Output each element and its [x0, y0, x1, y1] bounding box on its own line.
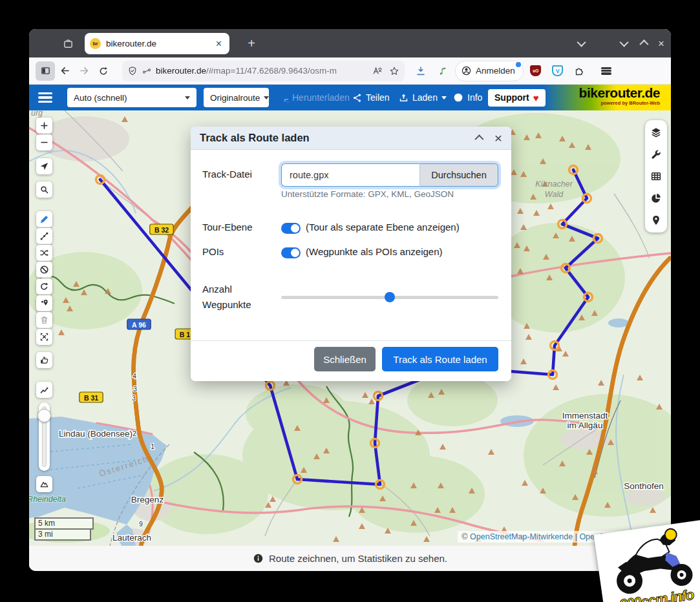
map-area: B 32A 96B 31B 1433219KürnacherWaldurgLin… — [29, 110, 671, 546]
extensions-button[interactable] — [570, 61, 589, 81]
heart-icon: ♥ — [533, 92, 539, 103]
svg-text:B 31: B 31 — [84, 394, 98, 402]
layers-icon — [650, 127, 662, 138]
statistics-button[interactable] — [645, 187, 667, 209]
mountain-icon — [39, 479, 49, 489]
share-button[interactable]: Teilen — [352, 92, 390, 103]
minimize-button[interactable] — [622, 37, 628, 49]
nogo-areas-button[interactable] — [36, 262, 52, 278]
locate-me-button[interactable] — [36, 158, 52, 174]
elevation-profile-button[interactable] — [36, 382, 52, 398]
support-button[interactable]: Support ♥ — [488, 89, 546, 107]
formats-hint: Unterstützte Formate: GPX, KML, GeoJSON — [281, 189, 454, 199]
draw-route-button[interactable] — [36, 211, 52, 227]
info-button[interactable]: Info — [453, 92, 482, 103]
shuffle-route-button[interactable] — [36, 245, 52, 261]
signin-button[interactable]: Anmelden — [455, 61, 524, 81]
route-variant-select[interactable]: Originalroute — [204, 88, 269, 107]
map-label: Sonthofen — [624, 481, 664, 491]
opacity-slider-thumb[interactable] — [37, 409, 51, 422]
forward-arrow-icon — [79, 65, 90, 76]
media-extension-button[interactable] — [433, 61, 452, 81]
collapse-button[interactable] — [475, 132, 482, 144]
chevron-down-icon — [264, 96, 269, 99]
exit-number: 3 — [133, 386, 137, 393]
shield-permissions-icon[interactable] — [127, 66, 138, 76]
exit-number: 9 — [139, 521, 143, 528]
routing-settings-button[interactable] — [645, 143, 667, 165]
download-track-button[interactable]: Herunterladen — [278, 92, 350, 103]
list-all-tabs-button[interactable] — [579, 29, 586, 57]
profile-select[interactable]: Auto (schnell) — [67, 88, 196, 107]
firefox-view-button[interactable] — [58, 34, 78, 53]
navbar-right: Anmelden uO V — [411, 61, 611, 81]
plus-icon — [39, 121, 49, 130]
watermark-sticker: 600ccm.info — [594, 520, 700, 602]
pois-panel-button[interactable] — [645, 209, 667, 231]
restore-button[interactable] — [640, 37, 646, 49]
delete-route-button[interactable] — [36, 312, 52, 328]
pois-caption: (Wegpunkte als POIs anzeigen) — [306, 246, 443, 257]
connection-icon[interactable] — [142, 66, 152, 76]
layers-button[interactable] — [645, 121, 667, 143]
data-table-button[interactable] — [645, 165, 667, 187]
zoom-out-button[interactable] — [36, 134, 52, 150]
back-button[interactable] — [55, 61, 74, 81]
reverse-route-button[interactable] — [36, 278, 52, 295]
map-label: Wald — [545, 190, 564, 199]
load-button[interactable]: Laden — [399, 92, 447, 103]
pie-icon — [650, 192, 662, 204]
browse-button[interactable]: Durchsuchen — [419, 163, 498, 187]
attribution-separator: | — [575, 532, 577, 541]
app-menu-button[interactable] — [38, 92, 52, 103]
menu-button[interactable] — [592, 61, 611, 81]
fit-route-button[interactable] — [36, 329, 52, 345]
map-label: Lauterach — [112, 533, 151, 543]
sidebar-toggle-button[interactable] — [36, 61, 55, 81]
search-button[interactable] — [36, 182, 52, 198]
reload-button[interactable] — [94, 61, 113, 81]
modal-close-button[interactable]: × — [494, 131, 502, 145]
waypoint-count-slider[interactable] — [281, 292, 498, 302]
tour-layer-toggle[interactable] — [281, 223, 301, 234]
file-input[interactable]: route.gpx — [281, 163, 419, 187]
forward-button[interactable] — [74, 61, 94, 81]
straight-segment-button[interactable] — [36, 228, 52, 244]
close-window-button[interactable]: × — [658, 38, 664, 49]
firefox-view-icon — [63, 38, 74, 49]
url-bar[interactable]: bikerouter.de/#map=11/47.6268/9.9643/osm… — [122, 61, 405, 81]
bookmark-star-icon[interactable] — [389, 66, 399, 76]
route-variant-value: Originalroute — [210, 93, 260, 103]
modal-divider — [191, 340, 511, 341]
zenmate-extension-button[interactable]: V — [548, 61, 567, 81]
ublock-extension-button[interactable]: uO — [526, 61, 546, 81]
chevron-down-icon — [577, 38, 586, 47]
slider-thumb[interactable] — [385, 292, 395, 302]
tab-close-icon[interactable]: × — [213, 37, 224, 50]
svg-text:A 96: A 96 — [132, 321, 146, 329]
zoom-in-button[interactable] — [36, 118, 52, 134]
route-icon — [39, 231, 49, 241]
share-icon — [352, 93, 362, 103]
road-shield: A 96 — [127, 319, 151, 329]
submit-button[interactable]: Track als Route laden — [382, 347, 498, 371]
close-button[interactable]: Schließen — [314, 347, 376, 371]
opacity-slider[interactable] — [39, 402, 50, 471]
downloads-button[interactable] — [411, 61, 430, 81]
osm-contributors-link[interactable]: OpenStreetMap-Mitwirkende — [470, 532, 573, 541]
window-controls: × — [622, 29, 664, 57]
new-tab-button[interactable]: + — [242, 34, 260, 52]
pois-toggle[interactable] — [281, 247, 301, 258]
pencil-icon — [39, 214, 49, 224]
translate-icon[interactable] — [372, 66, 383, 76]
poi-mode-button[interactable] — [36, 295, 52, 311]
hillshading-button[interactable] — [36, 476, 52, 492]
music-note-icon — [438, 66, 448, 76]
road-shield: B 32 — [150, 224, 173, 234]
pin-icon — [650, 214, 662, 226]
support-label: Support — [494, 92, 529, 103]
wrench-icon — [650, 149, 662, 160]
browser-tab[interactable]: br bikerouter.de × — [85, 33, 229, 54]
feedback-button[interactable] — [36, 352, 52, 368]
download-icon — [416, 66, 426, 76]
